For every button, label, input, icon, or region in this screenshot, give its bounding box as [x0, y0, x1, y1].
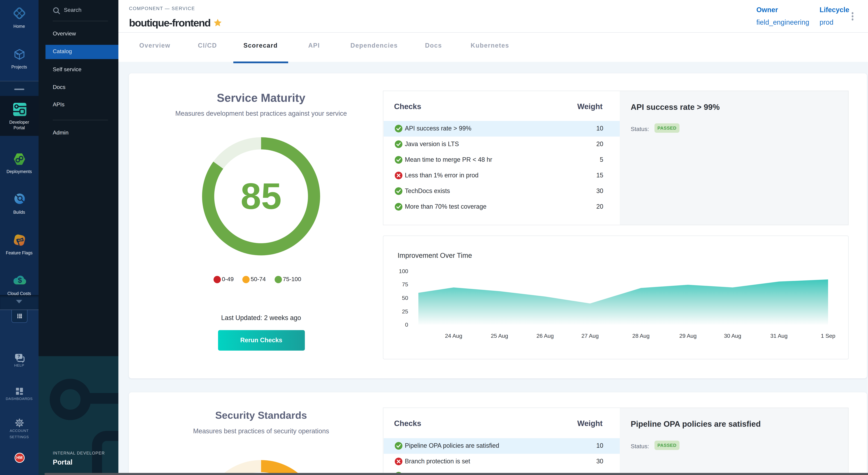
- svg-text:?: ?: [18, 354, 20, 359]
- svg-text:$: $: [18, 276, 22, 285]
